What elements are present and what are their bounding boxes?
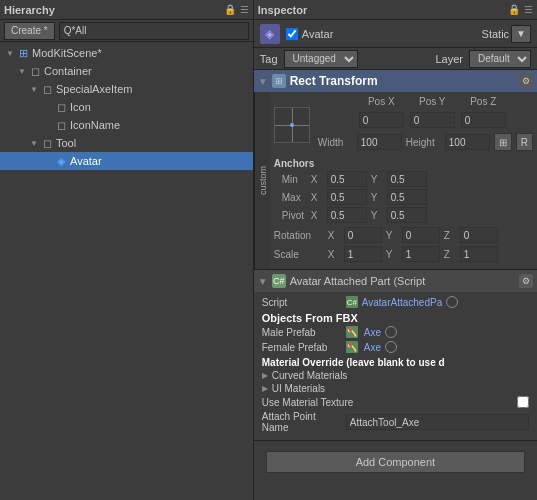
pivot-label: Pivot <box>282 210 307 221</box>
add-component-button[interactable]: Add Component <box>266 451 525 473</box>
avatar-object-icon: ◈ <box>260 24 280 44</box>
max-y-input[interactable] <box>387 189 427 205</box>
tree-item-avatar[interactable]: Avatar <box>0 152 253 170</box>
menu-icon[interactable]: ☰ <box>240 4 249 15</box>
tree-item-iconname[interactable]: IconName <box>0 116 253 134</box>
rotation-y-input[interactable] <box>402 227 440 243</box>
script-circle-btn[interactable] <box>446 296 458 308</box>
max-y-label: Y <box>371 192 383 203</box>
scale-y-input[interactable] <box>402 246 440 262</box>
pivot-y-label: Y <box>371 210 383 221</box>
layer-label: Layer <box>435 53 463 65</box>
tag-dropdown[interactable]: Untagged <box>284 50 358 68</box>
pos-x-input[interactable] <box>359 112 404 128</box>
static-dropdown[interactable]: ▼ <box>511 25 531 43</box>
use-material-texture-label: Use Material Texture <box>262 397 513 408</box>
rect-transform-header[interactable]: ▼ ⊞ Rect Transform ⚙ <box>254 70 537 92</box>
use-material-texture-row: Use Material Texture <box>262 396 529 408</box>
ui-materials-label: UI Materials <box>272 383 325 394</box>
tag-layer-row: Tag Untagged Layer Default <box>254 48 537 70</box>
tree-item-tool[interactable]: Tool <box>0 134 253 152</box>
min-x-label: X <box>311 174 323 185</box>
height-input[interactable] <box>445 134 490 150</box>
scale-z-input[interactable] <box>460 246 498 262</box>
objects-from-fbx-label: Objects From FBX <box>262 312 358 324</box>
min-x-input[interactable] <box>327 171 367 187</box>
tree-label-icon: Icon <box>70 101 91 113</box>
rt-wh-row: Width Height ⊞ R <box>318 133 533 151</box>
hierarchy-header: Hierarchy 🔒 ☰ <box>0 0 253 20</box>
male-prefab-label: Male Prefab <box>262 327 342 338</box>
tree-item-modkitscene[interactable]: ModKitScene* <box>0 44 253 62</box>
hierarchy-panel: Hierarchy 🔒 ☰ Create * ModKitScene* Cont… <box>0 0 254 500</box>
rotation-x-input[interactable] <box>344 227 382 243</box>
objects-from-fbx-header: Objects From FBX <box>262 312 529 324</box>
height-label: Height <box>406 137 441 148</box>
pivot-x-input[interactable] <box>327 207 367 223</box>
static-row: Static ▼ <box>482 25 531 43</box>
script-collapse-arrow: ▼ <box>258 276 268 287</box>
min-y-label: Y <box>371 174 383 185</box>
script-settings-icon[interactable]: ⚙ <box>519 274 533 288</box>
attach-point-label: Attach Point Name <box>262 411 342 433</box>
scale-x-input[interactable] <box>344 246 382 262</box>
rt-pos-values-row <box>318 112 533 128</box>
ui-arrow: ▶ <box>262 384 268 393</box>
female-circle-btn[interactable] <box>385 341 397 353</box>
anchors-label: Anchors <box>274 158 315 169</box>
rotation-label: Rotation <box>274 230 324 241</box>
use-material-texture-checkbox[interactable] <box>517 396 529 408</box>
tree-item-icon[interactable]: Icon <box>0 98 253 116</box>
tree-label-iconname: IconName <box>70 119 120 131</box>
search-input[interactable] <box>59 22 249 40</box>
rotation-z-input[interactable] <box>460 227 498 243</box>
rotation-z-lbl: Z <box>444 230 456 241</box>
rt-icon: ⊞ <box>272 74 286 88</box>
inspector-content: ▼ ⊞ Rect Transform ⚙ custom <box>254 70 537 500</box>
avatar-script-header[interactable]: ▼ C# Avatar Attached Part (Script ⚙ <box>254 270 537 292</box>
pivot-x-label: X <box>311 210 323 221</box>
tree-item-container[interactable]: Container <box>0 62 253 80</box>
hierarchy-content: ModKitScene* Container SpecialAxeItem Ic… <box>0 42 253 500</box>
pos-y-input[interactable] <box>410 112 455 128</box>
curved-materials-row[interactable]: ▶ Curved Materials <box>262 370 529 381</box>
attach-point-input[interactable] <box>346 414 529 430</box>
pivot-y-input[interactable] <box>387 207 427 223</box>
active-checkbox[interactable] <box>286 28 298 40</box>
object-name-row: Avatar <box>286 28 476 40</box>
tree-arrow-icon <box>42 101 54 113</box>
gameobj-icon-container <box>28 64 42 78</box>
blueprint-btn[interactable]: ⊞ <box>494 133 512 151</box>
female-prefab-text[interactable]: Axe <box>364 342 381 353</box>
tree-arrow-iconname <box>42 119 54 131</box>
layer-dropdown[interactable]: Default <box>469 50 531 68</box>
pos-z-input[interactable] <box>461 112 506 128</box>
width-input[interactable] <box>357 134 402 150</box>
script-value-text[interactable]: AvatarAttachedPa <box>362 297 442 308</box>
create-button[interactable]: Create * <box>4 22 55 40</box>
scale-row: Scale X Y Z <box>274 246 533 262</box>
custom-label: custom <box>254 92 270 269</box>
lock-icon-inspector[interactable]: 🔒 <box>508 4 520 15</box>
max-x-input[interactable] <box>327 189 367 205</box>
min-y-input[interactable] <box>387 171 427 187</box>
rt-settings-icon[interactable]: ⚙ <box>519 74 533 88</box>
male-circle-btn[interactable] <box>385 326 397 338</box>
r-button[interactable]: R <box>516 133 533 151</box>
female-prefab-row: Female Prefab 🪓 Axe <box>262 341 529 353</box>
hierarchy-title: Hierarchy <box>4 4 224 16</box>
pos-z-header: Pos Z <box>461 96 506 107</box>
pivot-row: Pivot X Y <box>274 207 533 223</box>
inspector-header-icons: 🔒 ☰ <box>508 4 533 15</box>
menu-icon-inspector[interactable]: ☰ <box>524 4 533 15</box>
ui-materials-row[interactable]: ▶ UI Materials <box>262 383 529 394</box>
tree-item-specialaxeitem[interactable]: SpecialAxeItem <box>0 80 253 98</box>
script-component-icon: C# <box>272 274 286 288</box>
lock-icon[interactable]: 🔒 <box>224 4 236 15</box>
pos-y-header: Pos Y <box>410 96 455 107</box>
anchors-min-row: Min X Y <box>274 171 533 187</box>
rect-transform-icons: ⚙ <box>519 74 533 88</box>
male-prefab-text[interactable]: Axe <box>364 327 381 338</box>
max-label: Max <box>282 192 307 203</box>
female-prefab-value: 🪓 Axe <box>346 341 529 353</box>
